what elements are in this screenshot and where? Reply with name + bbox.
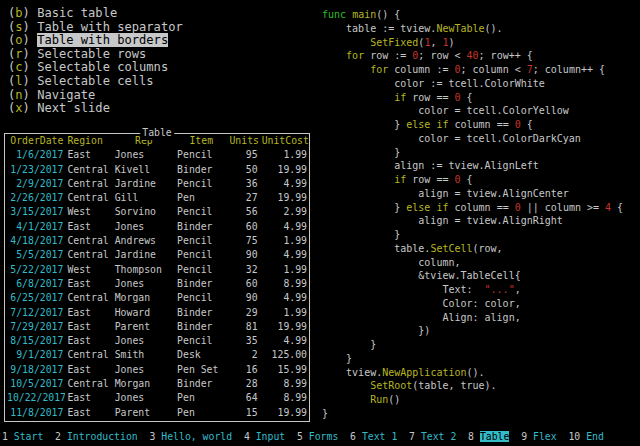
slide-tab-forms[interactable]: 5 Forms <box>297 431 338 442</box>
table-cell: 60 <box>227 277 259 291</box>
code-token: (row, <box>473 243 503 254</box>
menu-item-x[interactable]: (x) Next slide <box>8 102 183 116</box>
menu-item-s[interactable]: (s) Table with separator <box>8 21 183 35</box>
table-cell: 32 <box>227 263 259 277</box>
table-cell: East <box>65 406 112 420</box>
code-token: align = tview.AlignRight <box>322 215 563 226</box>
slide-tab-end[interactable]: 10 End <box>568 431 603 442</box>
slide-tab-table[interactable]: 8 Table <box>468 431 509 442</box>
table-cell: Jardine <box>113 248 175 262</box>
menu-item-label: Selectable cells <box>37 74 154 88</box>
table-cell: 6/8/2017 <box>5 277 65 291</box>
menu-item-c[interactable]: (c) Selectable columns <box>8 61 183 75</box>
table-cell: 27 <box>227 191 259 205</box>
menu-item-label: Table with separator <box>37 20 183 34</box>
table-cell: 19.99 <box>260 191 309 205</box>
table-cell: 7/12/2017 <box>5 306 65 320</box>
table-cell: Binder <box>175 277 227 291</box>
table-cell: East <box>65 334 112 348</box>
table-cell: 7/29/2017 <box>5 320 65 334</box>
code-line: for column := 0; column < 7; column++ { <box>322 63 623 77</box>
code-token: } <box>322 408 328 419</box>
slide-tab-hello-world[interactable]: 3 Hello, world <box>150 431 233 442</box>
code-token: SetFixed <box>370 37 418 48</box>
slide-title: Table <box>480 431 510 442</box>
code-token: row == <box>406 174 454 185</box>
code-token: ) <box>448 37 454 48</box>
code-token: ; column++ { <box>533 64 605 75</box>
table-cell: 19.99 <box>260 406 309 420</box>
table-panel: Table OrderDateRegionRepItemUnitsUnitCos… <box>4 133 310 422</box>
code-line: tview.NewApplication(). <box>322 366 623 380</box>
table-cell: 4/1/2017 <box>5 220 65 234</box>
table-cell: 8/15/2017 <box>5 334 65 348</box>
slide-tab-input[interactable]: 4 Input <box>244 431 285 442</box>
code-token: { <box>461 174 473 185</box>
terminal-screen: (b) Basic table(s) Table with separator(… <box>0 0 640 446</box>
slide-tab-text-2[interactable]: 7 Text 2 <box>409 431 456 442</box>
menu-item-l[interactable]: (l) Selectable cells <box>8 75 183 89</box>
code-token: row := <box>364 50 412 61</box>
table-cell: Pen <box>175 406 227 420</box>
table-cell: Jones <box>113 148 175 162</box>
table-cell: 35 <box>227 334 259 348</box>
code-line: for row := 0; row < 40; row++ { <box>322 49 623 63</box>
code-token: column == <box>448 202 514 213</box>
code-token <box>322 37 370 48</box>
slide-title: Forms <box>309 431 339 442</box>
table-cell: 36 <box>227 177 259 191</box>
menu-item-r[interactable]: (r) Selectable rows <box>8 48 183 62</box>
table-row: 8/15/2017EastJonesPencil354.99 <box>5 334 309 348</box>
slide-separator <box>397 431 409 442</box>
slide-title: Introduction <box>67 431 138 442</box>
shortcut-key: b <box>15 6 22 20</box>
table-cell: Jones <box>113 391 175 405</box>
slide-tab-flex[interactable]: 9 Flex <box>521 431 556 442</box>
code-line: } <box>322 146 623 160</box>
table-cell: Gill <box>113 191 175 205</box>
code-token: , <box>430 37 442 48</box>
table-row: 9/18/2017EastJonesPen Set1615.99 <box>5 363 309 377</box>
slide-title: Start <box>14 431 44 442</box>
code-line: func main() { <box>322 8 623 22</box>
code-token: color = tcell.ColorDarkCyan <box>322 133 581 144</box>
table-cell: 4.99 <box>260 220 309 234</box>
table-cell: Pen <box>175 391 227 405</box>
table-cell: 50 <box>227 163 259 177</box>
table-demo-menu: (b) Basic table(s) Table with separator(… <box>8 7 183 116</box>
slide-title: Text 1 <box>362 431 397 442</box>
menu-item-n[interactable]: (n) Navigate <box>8 89 183 103</box>
table-cell: Howard <box>113 306 175 320</box>
code-token: ; row++ { <box>479 50 533 61</box>
menu-item-o[interactable]: (o) Table with borders <box>8 34 183 48</box>
slide-tab-text-1[interactable]: 6 Text 1 <box>350 431 397 442</box>
table-cell: Sorvino <box>113 205 175 219</box>
table-row: 9/1/2017CentralSmithDesk2125.00 <box>5 348 309 362</box>
table-cell: 29 <box>227 306 259 320</box>
table-cell: Andrews <box>113 234 175 248</box>
table-cell: Central <box>65 234 112 248</box>
slide-title: Hello, world <box>161 431 232 442</box>
slide-separator <box>509 431 521 442</box>
table-cell: Jardine <box>113 177 175 191</box>
code-token <box>322 380 370 391</box>
slide-tab-introduction[interactable]: 2 Introduction <box>55 431 138 442</box>
shortcut-key: o <box>15 33 22 47</box>
slide-number: 10 <box>568 431 580 442</box>
table-cell: 1.99 <box>260 263 309 277</box>
code-token: ; row < <box>418 50 466 61</box>
code-line: Run() <box>322 393 623 407</box>
code-token: tview. <box>322 367 382 378</box>
code-line: Text: "...", <box>322 283 623 297</box>
table-row: 1/23/2017CentralKivellBinder5019.99 <box>5 163 309 177</box>
code-token: color := tcell.ColorWhite <box>322 78 545 89</box>
shortcut-key: x <box>15 101 22 115</box>
column-header-orderdate: OrderDate <box>5 134 65 148</box>
slide-tab-start[interactable]: 1 Start <box>2 431 43 442</box>
shortcut-key: c <box>15 60 22 74</box>
menu-item-b[interactable]: (b) Basic table <box>8 7 183 21</box>
code-line: } <box>322 228 623 242</box>
code-line: color := tcell.ColorWhite <box>322 77 623 91</box>
code-line: if row == 0 { <box>322 91 623 105</box>
table-cell: 11/8/2017 <box>5 406 65 420</box>
